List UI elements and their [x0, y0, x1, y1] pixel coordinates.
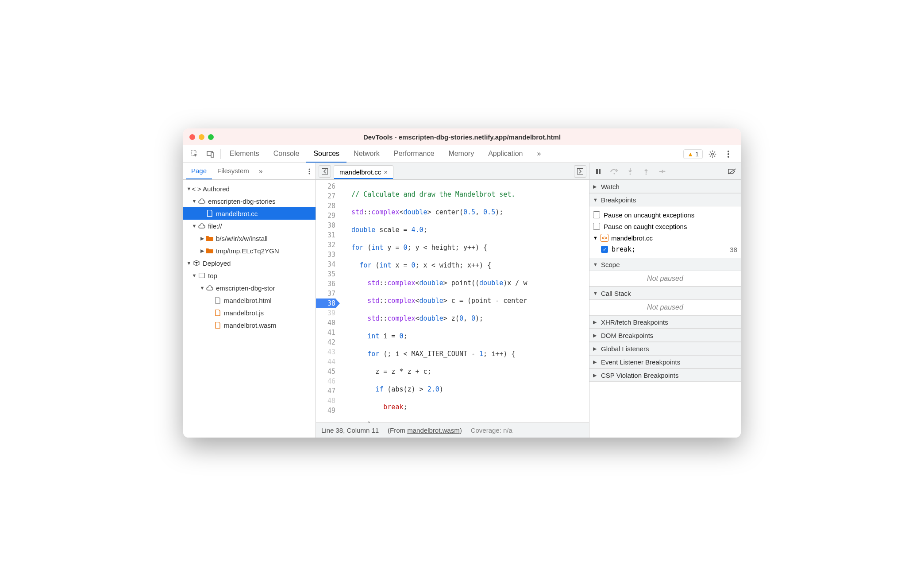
- section-scope[interactable]: ▼Scope: [589, 258, 741, 271]
- tree-deployed[interactable]: ▼Deployed: [183, 257, 316, 269]
- navigator-tabs: Page Filesystem »: [183, 163, 316, 180]
- file-icon: [205, 210, 214, 217]
- callstack-not-paused: Not paused: [589, 300, 741, 315]
- tree-file-scheme[interactable]: ▼file://: [183, 220, 316, 232]
- section-xhr[interactable]: ▶XHR/fetch Breakpoints: [589, 315, 741, 329]
- debugger-toolbar: [589, 163, 741, 180]
- navigator-sidebar: Page Filesystem » ▼< >Authored ▼emscript…: [183, 163, 316, 438]
- svg-point-8: [309, 171, 310, 172]
- traffic-lights: [189, 134, 214, 140]
- tab-sources[interactable]: Sources: [306, 145, 346, 163]
- inspect-element-icon[interactable]: [187, 145, 203, 163]
- close-window-button[interactable]: [189, 134, 195, 140]
- file-wasm-icon: [213, 322, 222, 329]
- nav-tab-page[interactable]: Page: [186, 163, 212, 179]
- breakpoint-enabled-checkbox[interactable]: ✓: [601, 246, 608, 253]
- code-content[interactable]: // Calculate and draw the Mandelbrot set…: [339, 180, 589, 423]
- pause-uncaught-checkbox[interactable]: Pause on uncaught exceptions: [593, 209, 737, 221]
- warnings-badge[interactable]: ▲ 1: [683, 149, 703, 159]
- file-icon: [213, 297, 222, 304]
- section-dom[interactable]: ▶DOM Breakpoints: [589, 329, 741, 342]
- breakpoints-body: Pause on uncaught exceptions Pause on ca…: [589, 206, 741, 258]
- source-editor: mandelbrot.cc × 26 27 28 29 30 31 32 3: [316, 163, 589, 438]
- svg-point-5: [728, 153, 729, 155]
- line-gutter[interactable]: 26 27 28 29 30 31 32 33 34 35 36 37 38 3…: [316, 180, 339, 423]
- nav-tab-filesystem[interactable]: Filesystem: [212, 163, 254, 179]
- tab-application[interactable]: Application: [481, 145, 530, 163]
- step-out-button[interactable]: [641, 166, 651, 177]
- editor-tabbar: mandelbrot.cc ×: [316, 163, 589, 180]
- section-breakpoints[interactable]: ▼Breakpoints: [589, 193, 741, 206]
- svg-rect-10: [199, 273, 205, 278]
- main-tabbar: Elements Console Sources Network Perform…: [183, 145, 741, 163]
- svg-point-15: [614, 173, 615, 174]
- tree-authored[interactable]: ▼< >Authored: [183, 182, 316, 195]
- svg-rect-12: [578, 168, 583, 174]
- svg-point-4: [728, 151, 729, 152]
- code-brackets-icon: < >: [192, 185, 201, 193]
- tab-more[interactable]: »: [530, 145, 548, 163]
- nav-tab-more[interactable]: »: [256, 163, 266, 179]
- settings-button[interactable]: [706, 148, 719, 160]
- breakpoint-file-row[interactable]: ▼<>mandelbrot.cc: [593, 232, 737, 244]
- section-callstack[interactable]: ▼Call Stack: [589, 287, 741, 300]
- window-title: DevTools - emscripten-dbg-stories.netlif…: [363, 133, 561, 141]
- tab-memory[interactable]: Memory: [441, 145, 481, 163]
- more-menu-button[interactable]: [722, 148, 735, 160]
- toggle-navigator-button[interactable]: [319, 165, 331, 178]
- tree-file-wasm[interactable]: mandelbrot.wasm: [183, 319, 316, 331]
- section-watch[interactable]: ▶Watch: [589, 180, 741, 193]
- nav-more-options[interactable]: [306, 163, 313, 179]
- tab-elements[interactable]: Elements: [223, 145, 266, 163]
- device-toolbar-icon[interactable]: [203, 145, 219, 163]
- tree-top[interactable]: ▼top: [183, 269, 316, 282]
- tree-folder-install[interactable]: ▶b/s/w/ir/x/w/install: [183, 232, 316, 244]
- section-global[interactable]: ▶Global Listeners: [589, 342, 741, 355]
- file-tab-label: mandelbrot.cc: [339, 168, 381, 176]
- deactivate-breakpoints-button[interactable]: [727, 166, 737, 177]
- code-area[interactable]: 26 27 28 29 30 31 32 33 34 35 36 37 38 3…: [316, 180, 589, 423]
- devtools-window: DevTools - emscripten-dbg-stories.netlif…: [183, 128, 741, 438]
- source-file-icon: <>: [601, 234, 608, 242]
- section-csp[interactable]: ▶CSP Violation Breakpoints: [589, 368, 741, 382]
- maximize-window-button[interactable]: [208, 134, 214, 140]
- breakpoint-line-row[interactable]: ✓ break; 38: [593, 244, 737, 255]
- folder-icon: [205, 236, 214, 241]
- source-origin: (From mandelbrot.wasm): [388, 426, 462, 434]
- minimize-window-button[interactable]: [199, 134, 204, 140]
- tree-file-mandelbrot-cc[interactable]: mandelbrot.cc: [183, 207, 316, 220]
- tree-domain-authored[interactable]: ▼emscripten-dbg-stories: [183, 195, 316, 207]
- tab-performance[interactable]: Performance: [387, 145, 442, 163]
- pause-caught-checkbox[interactable]: Pause on caught exceptions: [593, 221, 737, 232]
- close-tab-icon[interactable]: ×: [384, 168, 388, 176]
- svg-rect-11: [322, 168, 328, 174]
- scope-not-paused: Not paused: [589, 271, 741, 287]
- svg-point-7: [309, 168, 310, 170]
- svg-point-16: [630, 173, 631, 174]
- cloud-icon: [197, 223, 206, 229]
- tree-file-js[interactable]: mandelbrot.js: [183, 306, 316, 319]
- pause-button[interactable]: [593, 166, 604, 177]
- tree-folder-tmp[interactable]: ▶tmp/tmp.ELcTq2YGN: [183, 244, 316, 257]
- tree-domain-deployed[interactable]: ▼emscripten-dbg-stor: [183, 282, 316, 294]
- svg-rect-14: [599, 169, 601, 174]
- breakpoint-marker: 38: [316, 299, 335, 308]
- toggle-debugger-button[interactable]: [574, 165, 586, 178]
- warnings-count: 1: [695, 151, 699, 158]
- step-into-button[interactable]: [625, 166, 635, 177]
- section-event[interactable]: ▶Event Listener Breakpoints: [589, 355, 741, 368]
- tree-file-html[interactable]: mandelbrot.html: [183, 294, 316, 306]
- step-button[interactable]: [657, 166, 667, 177]
- warning-icon: ▲: [687, 151, 693, 158]
- svg-point-9: [309, 173, 310, 174]
- tab-console[interactable]: Console: [266, 145, 307, 163]
- svg-rect-2: [211, 153, 214, 157]
- cursor-position: Line 38, Column 11: [321, 426, 379, 434]
- file-tab-mandelbrot-cc[interactable]: mandelbrot.cc ×: [334, 165, 393, 178]
- step-over-button[interactable]: [609, 166, 620, 177]
- tab-network[interactable]: Network: [346, 145, 387, 163]
- svg-point-3: [712, 153, 714, 155]
- svg-rect-13: [596, 169, 598, 174]
- cloud-icon: [205, 285, 214, 291]
- editor-statusbar: Line 38, Column 11 (From mandelbrot.wasm…: [316, 423, 589, 438]
